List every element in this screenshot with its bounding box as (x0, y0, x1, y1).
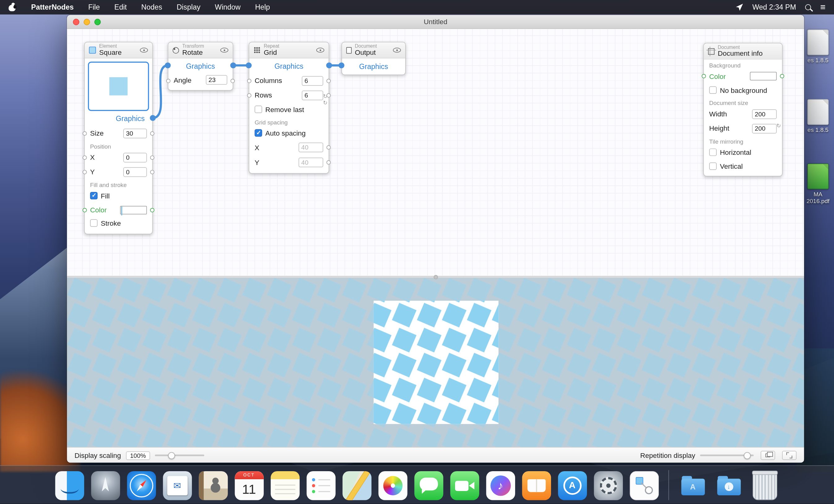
columns-field[interactable] (302, 76, 323, 85)
dock-launchpad-icon[interactable] (91, 471, 120, 500)
spotlight-icon[interactable] (805, 4, 811, 10)
y-field[interactable] (123, 167, 147, 176)
node-canvas[interactable]: Element Square Graphics Size Po (67, 29, 804, 276)
horizontal-checkbox[interactable] (709, 149, 717, 156)
size-field[interactable] (123, 129, 147, 138)
menu-display[interactable]: Display (177, 3, 201, 11)
param-input-port[interactable] (83, 170, 87, 174)
close-button[interactable] (73, 19, 79, 25)
node-output[interactable]: Document Output Graphics (342, 42, 406, 75)
desktop-icon-disk-2[interactable]: es 1.8.5 (803, 99, 833, 133)
color-output-port[interactable] (150, 208, 154, 212)
dock-contacts-icon[interactable] (199, 471, 228, 500)
spacing-x-field[interactable] (299, 143, 323, 152)
link-params-icon[interactable]: ↻↻ (323, 93, 328, 106)
notification-center-icon[interactable]: ≡ (820, 3, 825, 12)
param-input-port[interactable] (83, 131, 87, 135)
remove-last-checkbox[interactable] (255, 106, 262, 113)
node-rotate[interactable]: Transform Rotate Graphics Angle (168, 42, 233, 91)
color-swatch[interactable] (120, 205, 147, 214)
param-input-port[interactable] (247, 93, 251, 97)
param-output-port[interactable] (231, 79, 235, 83)
eye-visibility-icon[interactable] (140, 48, 148, 52)
dock-downloads-folder-icon[interactable]: ↓ (714, 471, 743, 500)
dock-reminders-icon[interactable] (306, 471, 335, 500)
vertical-checkbox[interactable] (709, 162, 717, 170)
param-output-port[interactable] (326, 79, 331, 83)
fill-checkbox[interactable] (90, 192, 97, 199)
node-header[interactable]: Element Square (85, 42, 152, 59)
minimize-button[interactable] (84, 19, 90, 25)
dock-ibooks-icon[interactable] (522, 471, 551, 500)
document-info-panel[interactable]: Document Document info Background Color … (703, 43, 783, 176)
desktop-icon-disk-1[interactable]: es 1.8.5 (803, 29, 833, 64)
menu-help[interactable]: Help (255, 3, 270, 11)
dock-notes-icon[interactable] (270, 471, 300, 500)
height-field[interactable] (752, 124, 777, 133)
desktop-icon-pdf[interactable]: МА2016.pdf (803, 163, 833, 205)
dock-maps-icon[interactable] (343, 471, 372, 500)
divider-handle[interactable] (433, 275, 438, 279)
zoom-button[interactable] (94, 19, 101, 25)
auto-spacing-checkbox[interactable] (255, 129, 262, 136)
menu-file[interactable]: File (88, 3, 100, 11)
width-field[interactable] (752, 109, 777, 118)
stroke-checkbox[interactable] (90, 219, 97, 227)
color-input-port[interactable] (702, 74, 706, 78)
dock-itunes-icon[interactable] (486, 471, 515, 500)
node-header[interactable]: Transform Rotate (169, 42, 233, 59)
dock-patternodes-icon[interactable] (630, 471, 659, 500)
eye-visibility-icon[interactable] (393, 48, 401, 52)
dock-finder-icon[interactable] (55, 471, 84, 500)
dock-messages-icon[interactable] (414, 471, 443, 500)
node-header[interactable]: Document Output (342, 42, 405, 59)
param-input-port[interactable] (166, 79, 171, 83)
display-scaling-slider[interactable] (155, 455, 204, 456)
dock-facetime-icon[interactable] (450, 471, 479, 500)
background-color-swatch[interactable] (750, 72, 777, 81)
dock-app-store-icon[interactable] (558, 471, 587, 500)
dock-calendar-icon[interactable]: OCT 11 (235, 471, 264, 500)
dock-mail-icon[interactable] (163, 471, 192, 500)
apple-menu-icon[interactable] (9, 3, 16, 11)
color-input-port[interactable] (83, 208, 87, 212)
no-background-checkbox[interactable] (709, 86, 717, 94)
param-input-port[interactable] (83, 155, 87, 159)
display-scaling-value[interactable]: 100% (126, 451, 150, 460)
menu-nodes[interactable]: Nodes (141, 3, 162, 11)
rows-field[interactable] (302, 90, 323, 100)
wire-square-to-rotate[interactable] (153, 65, 168, 118)
angle-field[interactable] (206, 75, 227, 85)
menu-clock[interactable]: Wed 2:34 PM (752, 3, 796, 11)
eye-visibility-icon[interactable] (220, 48, 228, 52)
node-grid[interactable]: Repeat Grid Graphics Columns Rows (248, 42, 329, 174)
dock-applications-folder-icon[interactable]: A (678, 471, 707, 500)
dock-trash-icon[interactable] (752, 471, 777, 500)
param-output-port[interactable] (326, 160, 331, 165)
param-output-port[interactable] (150, 170, 154, 174)
param-input-port[interactable] (247, 79, 251, 83)
spacing-y-field[interactable] (299, 158, 323, 167)
fit-view-button[interactable] (782, 451, 796, 460)
menu-window[interactable]: Window (215, 3, 241, 11)
link-size-icon[interactable]: ↻ (776, 123, 781, 129)
dock-safari-icon[interactable] (127, 471, 156, 500)
split-divider[interactable] (67, 276, 804, 278)
repetition-display-slider[interactable] (700, 455, 753, 456)
color-output-port[interactable] (780, 74, 784, 78)
display-scaling-knob[interactable] (169, 452, 176, 459)
dock-photos-icon[interactable] (378, 471, 408, 500)
node-header[interactable]: Repeat Grid (249, 42, 328, 59)
x-field[interactable] (123, 153, 147, 162)
menu-edit[interactable]: Edit (114, 3, 127, 11)
repetition-display-knob[interactable] (744, 452, 751, 459)
node-square[interactable]: Element Square Graphics Size Po (84, 42, 153, 234)
menu-app-name[interactable]: PatterNodes (31, 3, 74, 11)
title-bar[interactable]: Untitled (67, 15, 804, 29)
param-output-port[interactable] (150, 155, 154, 159)
eye-visibility-icon[interactable] (316, 48, 325, 52)
tile-view-button[interactable] (761, 451, 775, 460)
node-header[interactable]: Document Document info (704, 43, 782, 60)
param-output-port[interactable] (326, 145, 331, 150)
param-output-port[interactable] (150, 131, 154, 135)
